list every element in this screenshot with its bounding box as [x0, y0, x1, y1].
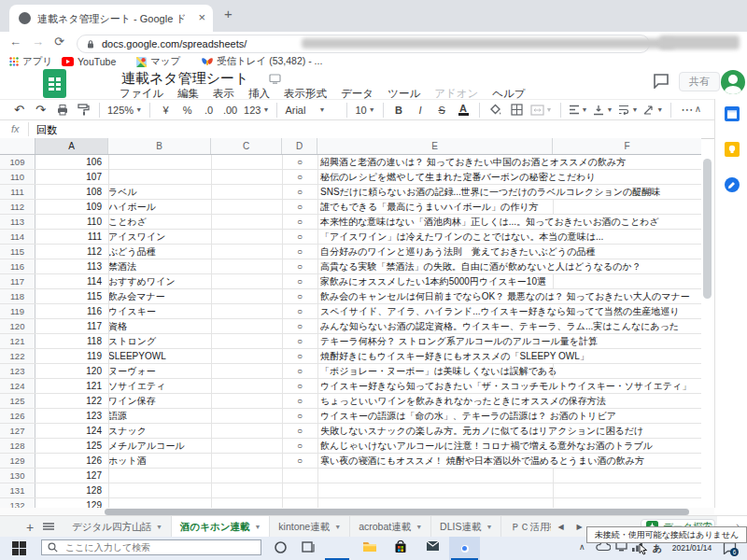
cell-b[interactable]: SLEEPYOWL — [108, 349, 209, 363]
cell-b[interactable]: ぶどう品種 — [108, 245, 209, 259]
column-header-b[interactable]: B — [108, 138, 211, 154]
cell-a[interactable]: 120 — [35, 364, 102, 378]
calendar-icon[interactable] — [725, 106, 740, 121]
cell-e[interactable]: 高貴なる実験「禁酒法」の失敗。自由に酒が飲めないと人はどうなるのか？ — [320, 259, 701, 273]
bookmark-inbox[interactable]: 受信トレイ (53,482) - ... — [202, 55, 322, 68]
keep-icon[interactable] — [725, 142, 740, 157]
add-sheet-button[interactable]: + — [21, 516, 39, 538]
cell-a[interactable]: 108 — [35, 185, 102, 199]
cell-d[interactable]: ○ — [282, 319, 317, 333]
cell-b[interactable]: アイスワイン — [108, 230, 209, 244]
cell-e[interactable]: 本来性的な意味はない「酒池肉林」正しくは...。知っておきたいお酒のことわざ — [320, 215, 701, 229]
cell-b[interactable] — [108, 498, 209, 508]
cell-d[interactable]: ○ — [282, 349, 317, 363]
clock-date[interactable]: 2021/01/14 — [665, 543, 719, 553]
cell-a[interactable]: 109 — [35, 200, 102, 214]
row-header[interactable]: 119 — [0, 304, 35, 318]
formula-bar[interactable]: fx 回数 — [0, 120, 747, 139]
vertical-align-icon[interactable]: ▼ — [593, 102, 613, 119]
column-header-d[interactable]: D — [282, 138, 317, 154]
row-header[interactable]: 124 — [0, 379, 35, 393]
cell-b[interactable]: スナック — [108, 424, 209, 438]
cell-a[interactable]: 110 — [35, 215, 102, 229]
strikethrough-button[interactable]: S — [434, 102, 450, 119]
sheet-tab-0[interactable]: デジタル四方山話▼ — [63, 516, 172, 538]
redo-icon[interactable]: ↷ — [33, 102, 49, 119]
cell-b[interactable] — [108, 469, 209, 483]
cell-d[interactable]: ○ — [282, 259, 317, 273]
cell-e[interactable]: ウイスキー好きなら知っておきたい「ザ・スコッチモルトウイスキー・ソサイエティ」 — [320, 379, 701, 393]
cell-b[interactable]: ラベル — [108, 185, 209, 199]
avatar[interactable] — [721, 70, 745, 94]
sheet-tab-4[interactable]: DLIS連載▼ — [431, 516, 501, 538]
cell-d[interactable]: ○ — [282, 424, 317, 438]
cell-b[interactable]: メチルアルコール — [108, 439, 209, 453]
cell-e[interactable]: スペイサイド、アイラ、ハイランド...ウイスキー好きなら知ってて当然の生産地巡り — [320, 304, 701, 318]
row-header[interactable]: 121 — [0, 334, 35, 348]
cell-e[interactable]: SNSだけに頼らないお酒の記録...世界に一つだけのラベルコレクションの醍醐味 — [320, 185, 701, 199]
row-header[interactable]: 131 — [0, 483, 35, 497]
zoom-select[interactable]: 125%▼ — [107, 102, 142, 119]
cell-a[interactable]: 111 — [35, 230, 102, 244]
cell-a[interactable]: 114 — [35, 274, 102, 288]
bookmark-youtube[interactable]: YouTube — [62, 55, 116, 68]
cell-d[interactable]: ○ — [282, 364, 317, 378]
row-header[interactable]: 125 — [0, 394, 35, 408]
column-header-f[interactable]: F — [553, 138, 701, 154]
cell-d[interactable]: ○ — [282, 289, 317, 303]
row-header[interactable]: 109 — [0, 155, 35, 169]
cell-a[interactable]: 107 — [35, 170, 102, 184]
cell-d[interactable]: ○ — [282, 394, 317, 408]
column-header-e[interactable]: E — [317, 138, 553, 154]
paint-format-icon[interactable] — [76, 102, 92, 119]
cell-b[interactable]: 禁酒法 — [108, 259, 209, 273]
cell-d[interactable]: ○ — [282, 379, 317, 393]
cell-e[interactable]: 「アイスワイン」は冷えたワインのことではない。本当の意味は... — [320, 230, 701, 244]
cell-a[interactable]: 115 — [35, 289, 102, 303]
sheet-tab-5[interactable]: ＰＣ活用術▼ — [501, 516, 551, 538]
undo-icon[interactable]: ↶ — [11, 102, 27, 119]
cell-a[interactable]: 126 — [35, 454, 102, 468]
row-header[interactable]: 128 — [0, 439, 35, 453]
cell-b[interactable]: ソサイエティ — [108, 379, 209, 393]
cell-b[interactable]: ストロング — [108, 334, 209, 348]
more-toolbar-icon[interactable]: ⋯ — [679, 102, 695, 119]
cell-b[interactable]: 資格 — [108, 319, 209, 333]
cell-e[interactable]: ウイスキーの語源は「命の水」、テキーラの語源は？ お酒のトリビア — [320, 409, 701, 423]
chrome-icon[interactable] — [458, 541, 473, 557]
row-header[interactable]: 110 — [0, 170, 35, 184]
text-color-button[interactable]: A — [456, 102, 472, 119]
cell-e[interactable]: みんな知らないお酒の認定資格。ウイスキー、テキーラ、ラム...実はこんなにあった — [320, 319, 701, 333]
mail-icon[interactable] — [426, 540, 442, 556]
cell-e[interactable]: 失敗しないスナックの楽しみ方。元カノに似てるはリアクションに困るだけ — [320, 424, 701, 438]
cell-b[interactable] — [108, 483, 209, 497]
cell-e[interactable]: 家飲みにオススメしたい1本約5000円ウイスキー10選 — [320, 274, 701, 288]
cell-a[interactable]: 119 — [35, 349, 102, 363]
cell-b[interactable]: ウイスキー — [108, 304, 209, 318]
cortana-icon[interactable] — [274, 540, 289, 556]
collapse-toolbar-icon[interactable]: ∧ — [695, 104, 701, 114]
cell-b[interactable]: ワイン保存 — [108, 394, 209, 408]
row-header[interactable]: 122 — [0, 349, 35, 363]
cell-e[interactable]: ちょっといいワインを飲みきれなかったときにオススメの保存方法 — [320, 394, 701, 408]
row-header[interactable]: 118 — [0, 289, 35, 303]
all-sheets-icon[interactable] — [39, 516, 58, 538]
taskbar-search-box[interactable] — [41, 539, 261, 555]
font-size-select[interactable]: 10▼ — [355, 102, 374, 119]
address-bar[interactable]: docs.google.com/spreadsheets/ — [77, 35, 650, 53]
cell-b[interactable]: 語源 — [108, 409, 209, 423]
row-header[interactable]: 111 — [0, 185, 35, 199]
row-header[interactable]: 115 — [0, 245, 35, 259]
sheet-tab-2[interactable]: kintone連載▼ — [270, 516, 350, 538]
cell-e[interactable]: 紹興酒と老酒の違いは？ 知っておきたい中国のお酒とオススメの飲み方 — [320, 155, 701, 169]
new-tab-button[interactable]: + — [224, 6, 233, 21]
increase-decimal-button[interactable]: .00 — [222, 102, 238, 119]
cell-d[interactable]: ○ — [282, 155, 317, 169]
borders-icon[interactable] — [509, 102, 525, 119]
cell-b[interactable]: 飲み会マナー — [108, 289, 209, 303]
cell-a[interactable]: 122 — [35, 394, 102, 408]
column-header-c[interactable]: C — [211, 138, 282, 154]
cell-d[interactable]: ○ — [282, 304, 317, 318]
cell-e[interactable]: 自分好みのワインと巡りあう法則 覚えておきたいぶどうの品種 — [320, 245, 701, 259]
row-header[interactable]: 130 — [0, 469, 35, 483]
